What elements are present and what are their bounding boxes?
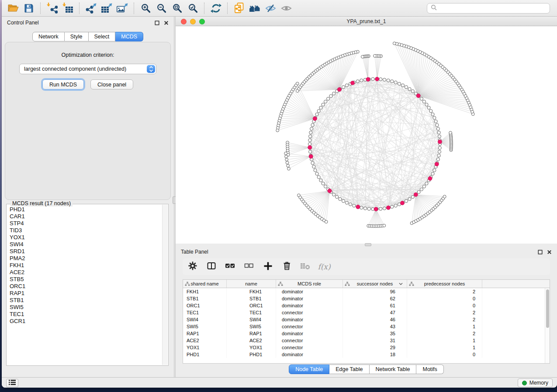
import-table-button[interactable] <box>60 2 76 15</box>
list-item[interactable]: YOX1 <box>7 234 162 241</box>
show-all-button[interactable] <box>278 2 294 15</box>
mcds-list-scrollbar[interactable] <box>162 205 168 365</box>
column-header-MCDS-role[interactable]: MCDS role <box>276 280 343 288</box>
cell-predecessor-nodes: 1 <box>407 344 482 351</box>
delete-column-button[interactable] <box>281 261 292 272</box>
list-item[interactable]: ORC1 <box>7 283 162 290</box>
table-row[interactable]: STB1STB1dominator620 <box>183 295 550 302</box>
table-row[interactable]: YOX1YOX1connector291 <box>183 344 550 351</box>
close-window-icon[interactable] <box>181 19 187 24</box>
optimization-criterion-dropdown[interactable]: largest connected component (undirected) <box>19 64 156 74</box>
list-item[interactable]: SWI4 <box>7 241 162 248</box>
list-item[interactable]: STB1 <box>7 297 162 304</box>
cell-MCDS-role: connector <box>276 344 343 351</box>
tab-mcds[interactable]: MCDS <box>115 32 143 41</box>
first-neighbors-button[interactable] <box>247 2 263 15</box>
column-header-shared-name[interactable]: shared name <box>183 280 227 288</box>
cell-successor-nodes: 61 <box>343 302 407 309</box>
network-canvas[interactable] <box>176 26 557 244</box>
list-item[interactable]: ACE2 <box>7 269 162 276</box>
tab-network-table[interactable]: Network Table <box>370 364 417 374</box>
list-item[interactable]: STP4 <box>7 220 162 227</box>
network-window-titlebar[interactable]: YPA_prune.txt_1 <box>176 17 557 26</box>
column-header-predecessor-nodes[interactable]: predecessor nodes <box>407 280 482 288</box>
memory-button[interactable]: Memory <box>518 378 553 387</box>
zoom-in-icon <box>141 3 151 13</box>
table-row[interactable]: SWI5SWI5connector431 <box>183 323 550 330</box>
table-tabs: Node TableEdge TableNetwork TableMotifs <box>176 364 557 374</box>
list-item[interactable]: TID3 <box>7 227 162 234</box>
list-item[interactable]: PHD1 <box>7 206 162 213</box>
list-item[interactable]: STB5 <box>7 276 162 283</box>
list-item[interactable]: PMA2 <box>7 255 162 262</box>
close-table-panel-icon[interactable] <box>547 250 552 254</box>
table-row[interactable]: ORC1ORC1dominator610 <box>183 302 550 309</box>
table-row[interactable]: SWI4SWI4dominator462 <box>183 316 550 323</box>
hide-selected-button[interactable] <box>263 2 278 15</box>
import-table-icon <box>62 3 73 14</box>
table-scrollbar[interactable] <box>545 288 550 363</box>
zoom-out-button[interactable] <box>153 2 169 15</box>
tab-select[interactable]: Select <box>89 32 116 41</box>
tab-motifs[interactable]: Motifs <box>416 364 443 374</box>
column-header-successor-nodes[interactable]: successor nodes <box>343 280 407 288</box>
list-item[interactable]: RAP1 <box>7 290 162 297</box>
duplicate-network-button[interactable] <box>231 2 247 15</box>
tab-edge-table[interactable]: Edge Table <box>329 364 369 374</box>
table-row[interactable]: TEC1TEC1connector472 <box>183 309 550 316</box>
toolbar-separator <box>40 3 41 14</box>
save-session-button[interactable] <box>21 2 37 15</box>
zoom-in-button[interactable] <box>138 2 153 15</box>
cell-MCDS-role: dominator <box>276 302 343 309</box>
export-table-button[interactable] <box>99 2 114 15</box>
tab-network[interactable]: Network <box>32 32 65 41</box>
table-row[interactable]: RAP1RAP1dominator352 <box>183 330 550 337</box>
list-item[interactable]: SRD1 <box>7 248 162 255</box>
cell-name: ORC1 <box>227 302 276 309</box>
open-file-button[interactable] <box>5 2 21 15</box>
list-icon <box>8 379 16 387</box>
float-panel-icon[interactable] <box>155 21 159 25</box>
table-scrollbar-thumb[interactable] <box>546 289 549 328</box>
close-panel-button[interactable]: Close panel <box>90 79 133 89</box>
search-box[interactable] <box>427 3 550 14</box>
toggle-columns-button[interactable] <box>206 261 217 272</box>
table-row[interactable]: ACE2ACE2connector311 <box>183 337 550 344</box>
tab-node-table[interactable]: Node Table <box>289 364 329 374</box>
refresh-view-button[interactable] <box>208 2 224 15</box>
list-item[interactable]: TEC1 <box>7 311 162 318</box>
mcds-result-list[interactable]: PHD1CAR1STP4TID3YOX1SWI4SRD1PMA2FKH1ACE2… <box>7 206 162 365</box>
list-item[interactable]: CAR1 <box>7 213 162 220</box>
tab-style[interactable]: Style <box>65 32 89 41</box>
mcds-result-group: MCDS result (17 nodes) PHD1CAR1STP4TID3Y… <box>6 204 169 366</box>
column-header-name[interactable]: name <box>227 280 276 288</box>
export-network-button[interactable] <box>83 2 99 15</box>
horizontal-splitter-grip[interactable] <box>365 243 371 246</box>
float-table-panel-icon[interactable] <box>538 250 543 254</box>
close-panel-icon[interactable] <box>164 21 169 25</box>
run-mcds-button[interactable]: Run MCDS <box>42 79 84 89</box>
zoom-selected-button[interactable] <box>185 2 201 15</box>
list-item[interactable]: GCR1 <box>7 318 162 325</box>
table-body: FKH1FKH1dominator962STB1STB1dominator620… <box>183 288 550 358</box>
cell-MCDS-role: connector <box>276 309 343 316</box>
column-type-icon <box>345 282 350 286</box>
list-item[interactable]: FKH1 <box>7 262 162 269</box>
export-image-button[interactable] <box>114 2 130 15</box>
maximize-window-icon[interactable] <box>199 19 205 24</box>
add-column-button[interactable] <box>262 261 273 272</box>
task-history-button[interactable] <box>6 379 18 387</box>
cell-predecessor-nodes: 0 <box>407 295 482 302</box>
cell-predecessor-nodes: 0 <box>407 302 482 309</box>
import-network-button[interactable] <box>44 2 60 15</box>
mcds-panel: Optimization criterion: largest connecte… <box>5 42 171 200</box>
table-options-button[interactable] <box>187 261 198 272</box>
search-input[interactable] <box>439 5 546 11</box>
list-item[interactable]: SWI5 <box>7 304 162 311</box>
minimize-window-icon[interactable] <box>190 19 196 24</box>
table-row[interactable]: PHD1PHD1dominator180 <box>183 351 550 358</box>
select-all-button[interactable] <box>225 261 236 272</box>
table-row[interactable]: FKH1FKH1dominator962 <box>183 288 550 295</box>
zoom-fit-button[interactable] <box>169 2 185 15</box>
deselect-all-button[interactable] <box>243 261 255 272</box>
